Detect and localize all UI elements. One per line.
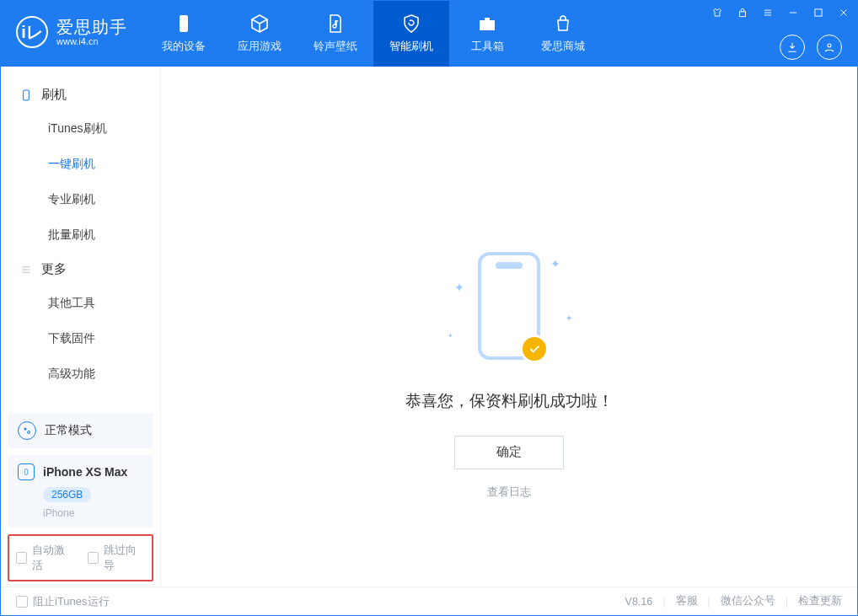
ok-button[interactable]: 确定	[454, 436, 564, 469]
sidebar-item-other-tools[interactable]: 其他工具	[1, 286, 160, 321]
svg-rect-2	[485, 18, 490, 20]
shield-refresh-icon	[401, 13, 421, 34]
svg-rect-3	[740, 12, 746, 17]
mode-icon	[18, 421, 36, 440]
check-badge-icon	[520, 335, 549, 363]
main-content: ✦✦✦✦ 恭喜您，保资料刷机成功啦！ 确定 查看日志	[161, 67, 857, 587]
logo-icon: iレ	[16, 16, 48, 48]
nav-ringtones-wallpapers[interactable]: 铃声壁纸	[298, 1, 373, 67]
svg-point-7	[24, 428, 27, 431]
device-name: iPhone XS Max	[43, 465, 127, 479]
sidebar: 刷机 iTunes刷机 一键刷机 专业刷机 批量刷机 更多 其他工具 下载固件 …	[1, 67, 161, 587]
checkbox-block-itunes[interactable]: 阻止iTunes运行	[16, 594, 110, 609]
bag-icon	[553, 13, 573, 34]
phone-icon	[174, 13, 194, 34]
svg-rect-1	[480, 20, 495, 30]
flash-options-highlighted: 自动激活 跳过向导	[8, 534, 153, 581]
checkbox-auto-activate[interactable]: 自动激活	[16, 543, 74, 573]
checkbox-skip-guide[interactable]: 跳过向导	[88, 543, 146, 573]
sidebar-item-one-click-flash[interactable]: 一键刷机	[1, 147, 160, 182]
header-circle-buttons	[780, 35, 842, 60]
sidebar-section-more: 更多	[1, 253, 160, 286]
account-button[interactable]	[817, 35, 842, 60]
music-file-icon	[325, 13, 346, 34]
check-update-link[interactable]: 检查更新	[798, 594, 842, 608]
window-controls	[711, 6, 850, 19]
device-storage-badge: 256GB	[43, 487, 91, 502]
sidebar-section-flash: 刷机	[1, 78, 160, 111]
wechat-link[interactable]: 微信公众号	[721, 594, 775, 608]
svg-rect-0	[180, 15, 188, 32]
support-link[interactable]: 客服	[676, 594, 698, 608]
maximize-icon[interactable]	[812, 6, 825, 19]
svg-point-5	[828, 44, 831, 47]
sidebar-item-batch-flash[interactable]: 批量刷机	[1, 217, 160, 253]
app-name: 爱思助手	[56, 18, 127, 36]
app-header: iレ 爱思助手 www.i4.cn 我的设备 应用游戏 铃声壁纸 智能刷机 工具…	[1, 1, 857, 67]
nav-smart-flash[interactable]: 智能刷机	[373, 1, 449, 67]
download-button[interactable]	[780, 35, 805, 60]
sidebar-item-itunes-flash[interactable]: iTunes刷机	[1, 111, 160, 147]
device-mode-card[interactable]: 正常模式	[8, 413, 153, 448]
list-icon	[19, 263, 33, 276]
nav-store[interactable]: 爱思商城	[525, 1, 601, 67]
sidebar-item-download-firmware[interactable]: 下载固件	[1, 321, 160, 356]
svg-rect-6	[24, 90, 29, 100]
device-type: iPhone	[43, 507, 143, 519]
svg-rect-9	[24, 469, 27, 475]
nav-toolbox[interactable]: 工具箱	[449, 1, 525, 67]
phone-outline-icon	[19, 88, 33, 102]
app-logo: iレ 爱思助手 www.i4.cn	[1, 1, 137, 48]
minimize-icon[interactable]	[786, 6, 800, 19]
device-card[interactable]: iPhone XS Max 256GB iPhone	[8, 455, 153, 528]
shirt-icon[interactable]	[711, 6, 724, 19]
close-icon[interactable]	[837, 6, 850, 19]
svg-point-8	[28, 431, 30, 434]
device-icon	[18, 463, 35, 480]
success-message: 恭喜您，保资料刷机成功啦！	[405, 390, 614, 412]
status-bar: 阻止iTunes运行 V8.16 | 客服 | 微信公众号 | 检查更新	[1, 587, 857, 615]
success-illustration: ✦✦✦✦	[446, 247, 572, 365]
toolbox-icon	[477, 13, 497, 34]
nav-my-device[interactable]: 我的设备	[146, 1, 222, 67]
view-log-link[interactable]: 查看日志	[487, 485, 531, 500]
cube-icon	[249, 13, 270, 34]
app-url: www.i4.cn	[56, 36, 127, 46]
nav-apps-games[interactable]: 应用游戏	[222, 1, 298, 67]
sidebar-item-pro-flash[interactable]: 专业刷机	[1, 182, 160, 217]
mode-label: 正常模式	[45, 423, 92, 438]
svg-rect-4	[815, 9, 822, 16]
menu-icon[interactable]	[761, 6, 775, 19]
lock-icon[interactable]	[736, 6, 749, 19]
main-nav: 我的设备 应用游戏 铃声壁纸 智能刷机 工具箱 爱思商城	[146, 1, 601, 67]
version-label: V8.16	[625, 596, 653, 608]
sidebar-item-advanced[interactable]: 高级功能	[1, 356, 160, 392]
